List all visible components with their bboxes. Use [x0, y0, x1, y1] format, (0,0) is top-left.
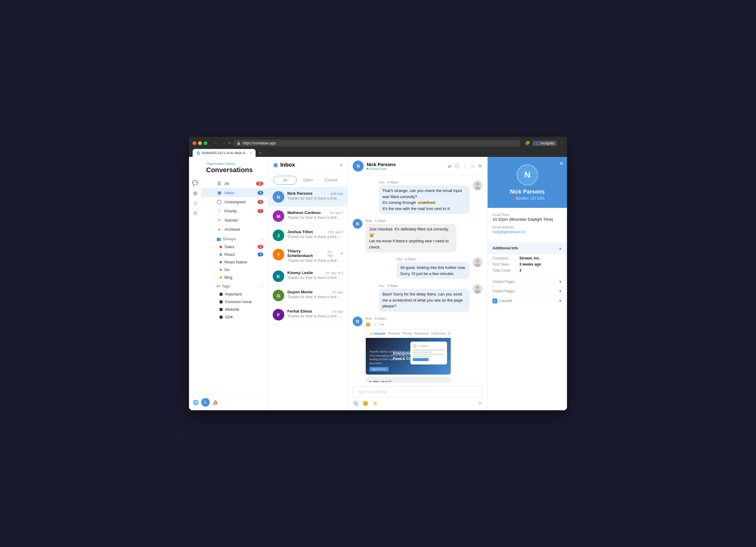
conv-time-kimmy: 2m ago: [325, 271, 336, 275]
tab-closed[interactable]: Closed: [320, 176, 343, 185]
tab-all[interactable]: All: [273, 176, 297, 185]
company-value: Stream, Inc.: [519, 256, 540, 260]
conv-time-joshua: 10m ago: [328, 230, 341, 234]
groups-toggle[interactable]: −: [261, 237, 263, 241]
more-action-icon[interactable]: •••: [380, 322, 384, 327]
attachment-icon[interactable]: 📎: [353, 400, 359, 406]
mockup-line-3: [413, 354, 445, 355]
conv-item-nick[interactable]: N Nick Parsons just now Thanks for that!…: [268, 187, 347, 207]
sidebar-title: Conversations: [206, 166, 263, 174]
close-chat-button[interactable]: ✕: [478, 163, 482, 169]
team-icon[interactable]: ⊙: [193, 200, 197, 206]
clearbit-toggle[interactable]: C ClearBit ▼: [488, 296, 567, 306]
conv-preview-guyon: Thanks for that! Is there a limit on how…: [287, 295, 343, 299]
msg-wrap-2: Nick 4:24pm Just checked. It's definitel…: [365, 219, 456, 252]
forward-button[interactable]: →: [220, 140, 227, 146]
star-action-msg-icon[interactable]: ☆: [373, 322, 377, 327]
visited-pages-toggle-1[interactable]: Visited Pages ▼: [488, 277, 567, 286]
back-button[interactable]: ←: [212, 140, 219, 146]
maximize-dot[interactable]: [204, 141, 207, 145]
inbox-list-icon: ▣: [273, 162, 278, 168]
user-avatar[interactable]: L: [201, 398, 210, 407]
tag-label-common-issue: Common Issue: [225, 299, 252, 304]
nav-item-archived[interactable]: ▪ Archived: [201, 225, 268, 234]
stream-nav-resources: Resources: [414, 332, 429, 335]
clearbit-chevron: ▼: [558, 299, 562, 303]
minimize-dot[interactable]: [198, 141, 202, 145]
conv-name-matheus: Matheus Cardoso: [287, 210, 321, 215]
tag-item-important[interactable]: Important: [201, 290, 268, 298]
location-text: Boulder, CO USA: [516, 196, 544, 201]
group-item-react[interactable]: React 4: [201, 251, 268, 258]
nav-item-all[interactable]: ☰ All 12: [201, 179, 268, 188]
nav-item-inbox[interactable]: ▣ Inbox 9: [201, 188, 268, 197]
conversations-icon[interactable]: ▦: [193, 190, 198, 196]
browser-tab[interactable]: 🌐 83d8d455-5a71-414c-8b0c-8... ×: [193, 149, 256, 157]
additional-info-toggle[interactable]: Additional Info ▲: [488, 243, 567, 254]
tag-item-common-issue[interactable]: Common Issue: [201, 298, 268, 306]
browser-nav: ← → ↻: [212, 140, 231, 146]
app-container: Organization Name Conversations 💬 ▦ ⊙ ⚙ …: [189, 157, 567, 410]
close-dot[interactable]: [193, 141, 196, 145]
star-action-icon[interactable]: ☆: [471, 163, 475, 169]
svg-point-0: [476, 182, 479, 186]
star-badge-kimmy: ★: [338, 271, 341, 275]
emoji-picker-icon[interactable]: 😊: [362, 400, 369, 406]
nav-item-unassigned[interactable]: ◯ Unassigned 3: [201, 197, 268, 206]
conv-item-guyon[interactable]: G Guyon Morée 2m ago Thanks for that! Is…: [268, 286, 347, 305]
menu-icon[interactable]: ⋮: [559, 141, 563, 146]
msg-wrap-5: Nick 5:01pm 😊 ☆ ••• ⚡stream Products: [365, 317, 451, 382]
quick-reply-icon[interactable]: ⚡: [372, 400, 378, 406]
tag-item-website[interactable]: Website: [201, 306, 268, 313]
send-button[interactable]: ➤: [478, 400, 482, 407]
chat-input-box[interactable]: Type Something...: [353, 386, 482, 397]
filter-icon[interactable]: ≡: [340, 162, 343, 168]
additional-info-label: Additional Info: [492, 246, 518, 250]
email-value[interactable]: nick@getstream.io: [492, 230, 562, 234]
additional-info-chevron: ▲: [558, 246, 562, 250]
conv-item-kimmy[interactable]: K Kimmy Leslie 2m ago ★ ! Thanks for tha…: [268, 267, 347, 286]
mockup-cta[interactable]: Start for Free: [369, 367, 389, 371]
msg-wrap-1: You 4:45pm That's strange, can you check…: [379, 180, 470, 214]
conv-name-ferhat: Ferhat Elmas: [287, 309, 312, 313]
tab-close-button[interactable]: ×: [250, 151, 252, 155]
conv-badges-matheus: 2m ago !: [330, 211, 343, 215]
nav-item-starred[interactable]: ★ Starred: [201, 216, 268, 225]
transfer-icon[interactable]: ⇄: [448, 163, 452, 169]
more-icon[interactable]: ⋮: [463, 163, 467, 169]
info-icon[interactable]: ⓘ: [455, 163, 460, 169]
msg-meta-2: Nick 4:24pm: [365, 219, 456, 223]
star-badge-thierry: ★: [340, 251, 343, 255]
ship-icon[interactable]: ⛵: [212, 400, 218, 405]
tab-open[interactable]: Open: [297, 176, 320, 185]
nav-label-inbox: Inbox: [224, 190, 255, 195]
group-item-go[interactable]: Go: [201, 266, 268, 273]
address-bar[interactable]: 🔒 https://combase.app: [234, 140, 520, 147]
settings-icon[interactable]: ⚙: [193, 210, 197, 216]
conv-item-joshua[interactable]: J Joshua Tilton 10m ago ! Thanks for tha…: [268, 226, 347, 245]
chat-bubble-icon[interactable]: 💬: [192, 180, 198, 186]
globe-icon[interactable]: 🌐: [193, 400, 199, 405]
conv-badges-thierry: 2m ago ★: [327, 250, 343, 257]
extensions-icon[interactable]: 🧩: [525, 141, 530, 146]
reload-button[interactable]: ↻: [228, 140, 231, 146]
group-item-sales[interactable]: Sales 8: [201, 243, 268, 251]
conv-preview-nick: Thanks for that! Is there a limit on how…: [287, 196, 343, 201]
first-seen-value: 3 weeks ago: [519, 262, 541, 266]
visited-pages-toggle-2[interactable]: Visited Pages ▼: [488, 286, 567, 296]
group-item-react-native[interactable]: React Native: [201, 258, 268, 266]
incognito-button[interactable]: 👤 Incognito: [532, 141, 557, 146]
left-sidebar: Organization Name Conversations 💬 ▦ ⊙ ⚙ …: [189, 157, 268, 410]
emoji-action-icon[interactable]: 😊: [365, 322, 371, 327]
nav-item-priority[interactable]: ! Priority 1: [201, 206, 268, 216]
conv-name-joshua: Joshua Tilton: [287, 230, 313, 234]
conv-item-thierry[interactable]: T Thierry Schellenbach 2m ago ★ Thanks f…: [268, 245, 347, 267]
chat-header: N Nick Parsons Active Now ⇄ ⓘ ⋮ ☆ ✕: [348, 157, 487, 176]
close-panel-button[interactable]: ✕: [559, 161, 563, 166]
conv-item-matheus[interactable]: M Matheus Cardoso 2m ago ! Thanks for th…: [268, 207, 347, 226]
tags-toggle[interactable]: −: [261, 285, 263, 288]
group-item-blog[interactable]: Blog: [201, 273, 268, 281]
new-tab-button[interactable]: +: [256, 149, 264, 157]
tag-item-sdk[interactable]: SDK: [201, 313, 268, 321]
conv-item-ferhat[interactable]: F Ferhat Elmas 2m ago Thanks for that! I…: [268, 305, 347, 324]
